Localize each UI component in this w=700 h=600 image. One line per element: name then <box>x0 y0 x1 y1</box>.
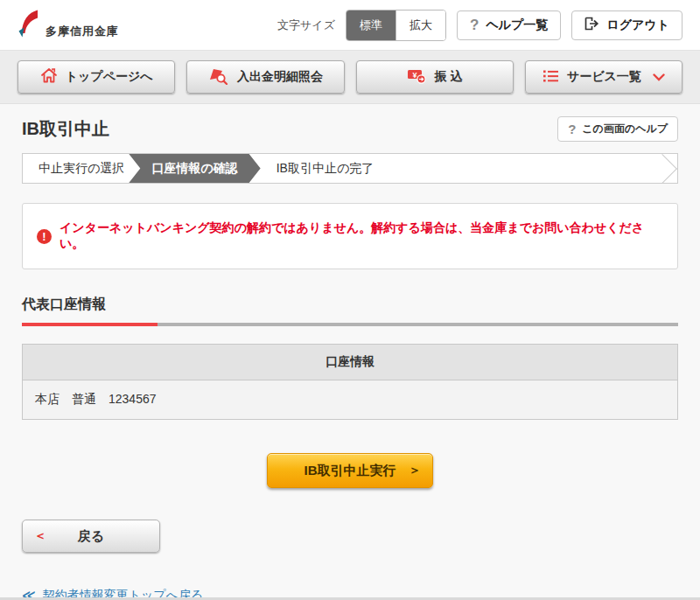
page-title: IB取引中止 <box>22 117 109 141</box>
logout-label: ログアウト <box>606 17 669 33</box>
execute-label: IB取引中止実行 <box>304 463 396 478</box>
chevron-down-icon <box>653 70 665 84</box>
header-controls: 文字サイズ 標準 拡大 ? ヘルプ一覧 ログアウト <box>277 10 682 41</box>
font-size-toggle: 標準 拡大 <box>346 10 446 41</box>
transfer-money-icon: ¥ <box>407 68 427 87</box>
nav-statement-inquiry-label: 入出金明細照会 <box>237 69 323 85</box>
service-list-icon <box>542 69 559 86</box>
font-size-label: 文字サイズ <box>277 17 335 33</box>
nav-service-list-button[interactable]: サービス一覧 <box>525 60 682 94</box>
back-label: 戻る <box>78 528 104 543</box>
font-size-standard-button[interactable]: 標準 <box>346 10 396 40</box>
steps-end-chevron-icon <box>648 154 677 184</box>
statement-search-icon <box>208 67 229 87</box>
back-button[interactable]: ＜ 戻る <box>22 520 160 553</box>
account-table-row: 本店 普通 1234567 <box>23 380 677 419</box>
account-info-table: 口座情報 本店 普通 1234567 <box>22 344 678 420</box>
section-title: 代表口座情報 <box>22 296 678 314</box>
account-table-header: 口座情報 <box>23 345 677 380</box>
help-list-button[interactable]: ? ヘルプ一覧 <box>457 10 561 40</box>
step-confirm-account: 口座情報の確認 <box>129 154 260 183</box>
nav-top-page-label: トップページへ <box>66 69 153 85</box>
nav-statement-inquiry-button[interactable]: 入出金明細照会 <box>186 60 344 94</box>
logout-icon <box>584 17 599 33</box>
screen-help-label: この画面のヘルプ <box>582 122 668 136</box>
nav-service-list-label: サービス一覧 <box>567 69 641 85</box>
bank-logo-icon <box>18 9 39 41</box>
header: 多摩信用金庫 文字サイズ 標準 拡大 ? ヘルプ一覧 ログアウト <box>0 0 700 50</box>
banking-screen: 多摩信用金庫 文字サイズ 標準 拡大 ? ヘルプ一覧 ログアウト <box>0 0 700 600</box>
title-row: IB取引中止 ? この画面のヘルプ <box>22 116 678 142</box>
warning-banner: ! インターネットバンキング契約の解約ではありません。解約する場合は、当金庫まで… <box>22 203 678 269</box>
main-nav: トップページへ 入出金明細照会 ¥ 振 込 <box>0 50 700 104</box>
help-list-label: ヘルプ一覧 <box>486 17 548 33</box>
main-content: IB取引中止 ? この画面のヘルプ 中止実行の選択 口座情報の確認 IB取引中止… <box>0 104 700 600</box>
progress-steps: 中止実行の選択 口座情報の確認 IB取引中止の完了 <box>22 153 678 184</box>
bank-name: 多摩信用金庫 <box>46 24 119 41</box>
screen-help-button[interactable]: ? この画面のヘルプ <box>557 116 678 142</box>
nav-transfer-label: 振 込 <box>435 69 463 85</box>
svg-text:¥: ¥ <box>412 70 416 79</box>
question-icon: ? <box>568 122 576 136</box>
chevron-right-icon: ＞ <box>409 463 421 478</box>
warning-text: インターネットバンキング契約の解約ではありません。解約する場合は、当金庫までお問… <box>60 220 663 252</box>
step-complete: IB取引中止の完了 <box>261 154 390 183</box>
font-size-large-button[interactable]: 拡大 <box>396 10 445 40</box>
section-divider <box>22 323 678 326</box>
execute-ib-stop-button[interactable]: IB取引中止実行 ＞ <box>267 453 433 488</box>
chevron-left-icon: ＜ <box>34 528 46 544</box>
logout-button[interactable]: ログアウト <box>571 10 682 40</box>
bank-logo[interactable]: 多摩信用金庫 <box>18 9 119 41</box>
nav-transfer-button[interactable]: ¥ 振 込 <box>356 60 514 94</box>
execute-button-wrap: IB取引中止実行 ＞ <box>22 453 678 488</box>
question-icon: ? <box>470 17 479 34</box>
home-icon <box>40 67 58 87</box>
step-select-execution: 中止実行の選択 <box>23 154 140 183</box>
alert-icon: ! <box>37 229 52 244</box>
nav-top-page-button[interactable]: トップページへ <box>18 60 175 94</box>
